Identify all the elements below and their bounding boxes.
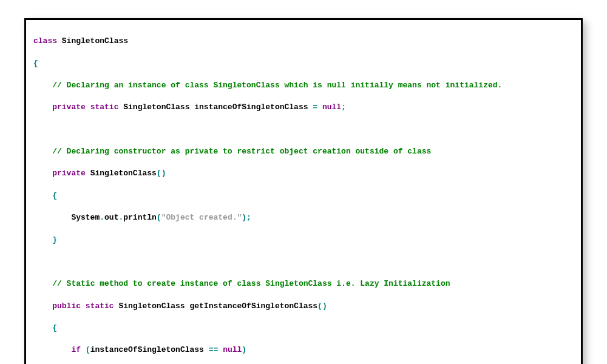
space	[317, 103, 322, 112]
punct: )	[242, 345, 246, 354]
punct: .	[100, 213, 104, 222]
indent	[33, 302, 52, 311]
code-line: private static SingletonClass instanceOf…	[33, 102, 574, 113]
code-line: }	[33, 235, 574, 246]
brace: {	[33, 59, 38, 68]
punct: )	[242, 213, 246, 222]
punct: ()	[157, 169, 166, 178]
indent	[33, 147, 52, 156]
operator: =	[313, 103, 317, 112]
code-line: System.out.println("Object created.");	[33, 212, 574, 223]
code-line: // Declaring an instance of class Single…	[33, 80, 574, 91]
keyword: private static	[52, 103, 118, 112]
punct: ()	[317, 302, 327, 311]
blank-line	[33, 124, 574, 135]
identifier: SingletonClass getInstanceOfSingletonCla…	[114, 302, 317, 311]
code-line: {	[33, 58, 574, 69]
keyword: if	[71, 345, 81, 354]
comment: // Declaring constructor as private to r…	[52, 147, 431, 156]
identifier: System	[33, 213, 100, 222]
code-line: {	[33, 323, 574, 334]
identifier: println	[123, 213, 157, 222]
indent	[33, 279, 52, 288]
code-line: // Static method to create instance of c…	[33, 278, 574, 289]
brace: {	[33, 323, 57, 332]
code-line: public static SingletonClass getInstance…	[33, 301, 574, 312]
identifier: out	[104, 213, 118, 222]
code-line: {	[33, 190, 574, 201]
code-line: // Declaring constructor as private to r…	[33, 146, 574, 157]
punct: (	[86, 345, 90, 354]
indent	[33, 81, 52, 90]
code-line: if (instanceOfSingletonClass == null)	[33, 345, 574, 356]
brace: }	[33, 235, 57, 244]
indent	[33, 345, 71, 354]
space	[218, 345, 223, 354]
code-block: class SingletonClass { // Declaring an i…	[24, 18, 583, 364]
code-line: class SingletonClass	[33, 36, 574, 47]
identifier: SingletonClass instanceOfSingletonClass	[118, 103, 313, 112]
identifier: instanceOfSingletonClass	[90, 345, 209, 354]
literal: null	[223, 345, 242, 354]
keyword: public static	[52, 302, 114, 311]
punct: (	[157, 213, 161, 222]
keyword: private	[52, 169, 86, 178]
identifier: SingletonClass	[86, 169, 157, 178]
operator: ==	[209, 345, 219, 354]
code-line: private SingletonClass()	[33, 168, 574, 179]
literal: null	[322, 103, 341, 112]
punct: ;	[246, 213, 251, 222]
keyword: class	[33, 36, 57, 46]
identifier: SingletonClass	[57, 36, 128, 46]
punct: ;	[341, 103, 346, 112]
indent	[33, 169, 52, 178]
string-literal: "Object created."	[161, 213, 242, 222]
blank-line	[33, 257, 574, 268]
comment: // Declaring an instance of class Single…	[52, 81, 502, 90]
comment: // Static method to create instance of c…	[52, 279, 450, 288]
indent	[33, 103, 52, 112]
space	[81, 345, 86, 354]
brace: {	[33, 191, 57, 200]
